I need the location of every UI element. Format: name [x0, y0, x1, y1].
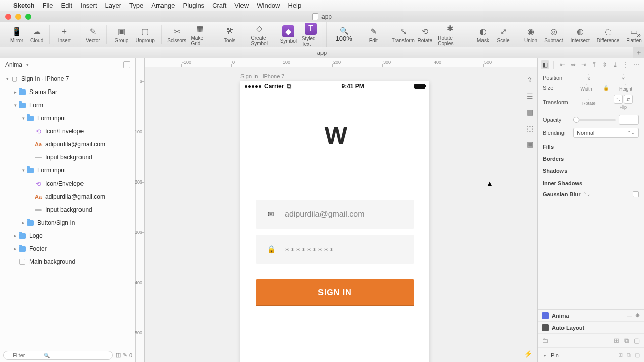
tool-symbol[interactable]: ◆Symbol	[279, 22, 298, 48]
tool-difference[interactable]: ◌Difference	[594, 25, 622, 44]
layer-filter-toggles[interactable]: ◫ ✎ 0	[116, 352, 132, 358]
opacity-slider[interactable]	[573, 119, 616, 121]
align-left-icon[interactable]: ⇤	[558, 60, 567, 69]
tool-group[interactable]: ▣Group	[112, 25, 132, 44]
tool-cloud[interactable]: ☁Cloud	[27, 25, 46, 44]
folder-icon[interactable]: 🗀	[542, 337, 548, 344]
tool-scissors[interactable]: ✂Scissors	[167, 22, 187, 47]
document-tab[interactable]: app	[317, 50, 327, 56]
grid-icon[interactable]: ▤	[524, 107, 535, 118]
bolt-icon[interactable]: ⚡	[524, 350, 532, 358]
distribute-h-icon[interactable]: ⋮	[622, 60, 630, 69]
pages-dropdown[interactable]: Anima ▾	[0, 58, 135, 71]
tool-intersect[interactable]: ◍Intersect	[567, 25, 592, 44]
flip-h-icon[interactable]: ⇋	[614, 95, 623, 104]
fullscreen-window-icon[interactable]	[25, 14, 31, 20]
tool-scale[interactable]: ⤢Scale	[494, 25, 513, 44]
close-window-icon[interactable]	[5, 14, 11, 20]
tool-mask[interactable]: ◐Mask	[473, 25, 493, 44]
disclosure-icon[interactable]: ▸	[12, 246, 18, 251]
resize-icon[interactable]: ⬚	[524, 123, 535, 134]
layer-row[interactable]: ▾Form	[0, 99, 135, 112]
height-input[interactable]	[625, 84, 626, 85]
x-input[interactable]	[588, 74, 589, 75]
menu-arrange[interactable]: Arrange	[151, 2, 175, 9]
size-lock-icon[interactable]: 🔒	[602, 85, 610, 90]
zoom-level[interactable]: 100%	[336, 35, 352, 42]
pin-stack-icon[interactable]: ⧉	[627, 352, 631, 358]
artboard-label[interactable]: Sign In - iPhone 7	[240, 73, 284, 79]
panel-minimize-icon[interactable]: —	[627, 313, 632, 319]
layer-row[interactable]: ▸Logo	[0, 229, 135, 242]
menubar-app[interactable]: Sketch	[13, 2, 35, 9]
disclosure-icon[interactable]: ▸	[12, 89, 18, 95]
menu-help[interactable]: Help	[288, 2, 302, 9]
canvas-viewport[interactable]: Sign In - iPhone 7 Carrier ⧉ 9:41 PM	[145, 67, 537, 362]
minimize-window-icon[interactable]	[15, 14, 21, 20]
box-icon[interactable]: ▢	[634, 337, 640, 344]
layer-tree[interactable]: ▾▢Sign In - iPhone 7▸Status Bar▾Form▾For…	[0, 71, 135, 348]
layer-row[interactable]: Aaadipurdila@gmail.com	[0, 190, 135, 203]
layer-row[interactable]: ▾Form input	[0, 164, 135, 177]
tool-rotate-copies[interactable]: ✱Rotate Copies	[435, 22, 465, 47]
menu-craft[interactable]: Craft	[212, 2, 226, 9]
tool-transform[interactable]: ⤡Transform	[391, 22, 415, 47]
layer-row[interactable]: Main background	[0, 255, 135, 268]
ruler-horizontal[interactable]: -1000100200300400500	[136, 58, 537, 67]
pin-box-icon[interactable]: ▢	[635, 352, 640, 358]
tool-edit[interactable]: ✎Edit	[364, 25, 383, 44]
tool-tools[interactable]: 🛠Tools	[220, 25, 239, 44]
tool-mirror[interactable]: 📱Mirror	[7, 25, 26, 44]
layer-row[interactable]: ▸Button/Sign In	[0, 216, 135, 229]
flip-v-icon[interactable]: ⇵	[624, 95, 633, 104]
align-top-icon[interactable]: ⤒	[590, 60, 598, 69]
pin-row[interactable]: ▸ Pin ⊞ ⧉ ▢	[538, 348, 644, 362]
menu-layer[interactable]: Layer	[105, 2, 122, 9]
align-tool-icon[interactable]: ◧	[541, 60, 549, 69]
align-right-icon[interactable]: ⇥	[579, 60, 588, 69]
email-input[interactable]: ✉ adipurdila@gmail.com	[256, 200, 414, 229]
ruler-vertical[interactable]: 0100200300400500	[136, 67, 145, 362]
disclosure-icon[interactable]: ▾	[4, 76, 10, 81]
borders-header[interactable]: Borders	[543, 153, 639, 165]
grid-icon[interactable]: ⊞	[614, 337, 619, 344]
layer-row[interactable]: ▾▢Sign In - iPhone 7	[0, 72, 135, 85]
fills-header[interactable]: Fills	[543, 141, 639, 153]
menu-plugins[interactable]: Plugins	[183, 2, 204, 9]
disclosure-icon[interactable]: ▾	[12, 103, 18, 108]
gaussian-checkbox[interactable]	[633, 191, 639, 197]
disclosure-icon[interactable]: ▸	[12, 233, 18, 238]
tool-vector[interactable]: ✎Vector	[83, 25, 103, 44]
pin-grid-icon[interactable]: ⊞	[618, 352, 623, 358]
toolbar-overflow-icon[interactable]: »	[637, 31, 641, 39]
zoom-out-button[interactable]: −	[334, 27, 338, 35]
layer-row[interactable]: ⟲Icon/Envelope	[0, 125, 135, 138]
layer-row[interactable]: ▸Status Bar	[0, 85, 135, 99]
layer-row[interactable]: Input background	[0, 203, 135, 216]
shadows-header[interactable]: Shadows	[543, 165, 639, 177]
inner-shadows-header[interactable]: Inner Shadows	[543, 177, 639, 189]
tool-ungroup[interactable]: ▢Ungroup	[132, 25, 157, 44]
signin-button[interactable]: SIGN IN	[256, 279, 414, 306]
gaussian-blur-label[interactable]: Gaussian Blur	[543, 191, 581, 197]
image-icon[interactable]: ▣	[524, 139, 535, 150]
layer-row[interactable]: Input background	[0, 151, 135, 164]
align-hcenter-icon[interactable]: ⇔	[569, 60, 577, 69]
layer-filter-input[interactable]	[3, 351, 113, 360]
tool-union[interactable]: ◉Union	[521, 25, 540, 44]
opacity-input[interactable]	[619, 115, 639, 125]
menu-insert[interactable]: Insert	[80, 2, 97, 9]
layer-row[interactable]: ⟲Icon/Envelope	[0, 177, 135, 190]
align-vcenter-icon[interactable]: ⇕	[601, 60, 609, 69]
tool-create-symbol[interactable]: ◇Create Symbol	[248, 22, 271, 47]
y-input[interactable]	[623, 74, 624, 75]
layer-row[interactable]: Aaadipurdila@gmail.com	[0, 138, 135, 151]
rotate-input[interactable]	[588, 99, 589, 100]
export-icon[interactable]: ⇪	[524, 74, 535, 85]
menu-file[interactable]: File	[43, 2, 53, 9]
tool-styled-text[interactable]: TStyled Text	[299, 22, 323, 48]
stack-icon[interactable]: ⧉	[624, 337, 629, 345]
disclosure-icon[interactable]: ▾	[20, 116, 26, 121]
ruler-origin[interactable]	[136, 58, 145, 67]
disclosure-icon[interactable]: ▸	[20, 220, 26, 225]
